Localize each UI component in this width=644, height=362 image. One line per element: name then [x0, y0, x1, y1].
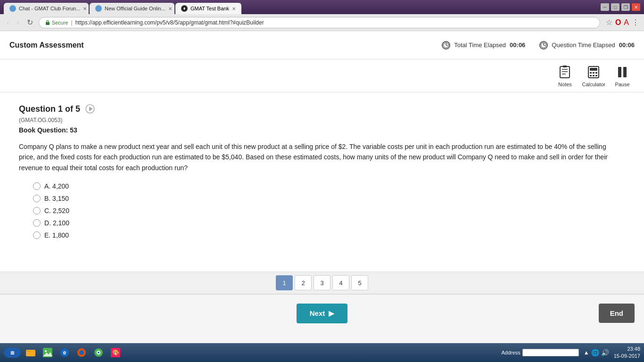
answer-choices: A. 4,200 B. 3,150 C. 2,520 D. 2,100 E. 1…	[19, 182, 625, 239]
svg-rect-22	[623, 67, 627, 77]
gmat-tab-close[interactable]: ✕	[232, 6, 236, 11]
question-timer-value: 00:06	[619, 41, 635, 49]
question-header: Question 1 of 5	[19, 104, 625, 114]
forward-button[interactable]: ›	[15, 17, 21, 28]
end-button[interactable]: End	[599, 304, 635, 323]
bottom-bar: Next ▶ End	[0, 294, 644, 332]
guide-tab-icon	[95, 5, 102, 12]
main-content: Question 1 of 5 (GMAT.OG.0053) Book Ques…	[0, 92, 644, 272]
radio-d[interactable]	[33, 219, 41, 227]
choice-b[interactable]: B. 3,150	[33, 195, 625, 202]
gmat-tab-icon	[181, 5, 188, 12]
book-question-number: 53	[70, 126, 77, 134]
chat-tab-icon	[9, 5, 16, 12]
svg-rect-16	[593, 72, 594, 74]
choice-b-label: B. 3,150	[44, 195, 69, 202]
svg-point-2	[444, 42, 449, 48]
total-timer: Total Time Elapsed 00:06	[442, 41, 525, 49]
svg-rect-15	[590, 72, 592, 74]
clock-date: 15-09-2017	[614, 353, 640, 360]
guide-tab-close[interactable]: ✕	[168, 6, 172, 11]
taskbar: ⊞ e 🎨 Address ▲ 🌐 🔊 23:48 15-09-2017	[0, 343, 644, 362]
pagination-bar: 1 2 3 4 5	[0, 272, 644, 294]
svg-rect-18	[590, 75, 592, 76]
svg-text:🎨: 🎨	[112, 349, 119, 356]
notes-icon	[557, 65, 572, 80]
clock-time: 23:48	[614, 346, 640, 353]
secure-label: Secure	[52, 20, 68, 25]
taskbar-file-explorer[interactable]	[24, 346, 38, 360]
book-question: Book Question: 53	[19, 126, 625, 134]
question-timer-icon	[539, 41, 548, 49]
question-text: Company Q plans to make a new product ne…	[19, 141, 622, 173]
total-timer-label: Total Time Elapsed	[454, 41, 506, 49]
tab-guide[interactable]: New Official Guide Onlin... ✕	[90, 3, 174, 14]
page-2-button[interactable]: 2	[295, 275, 312, 290]
total-timer-value: 00:06	[510, 41, 525, 49]
tab-gmat[interactable]: GMAT Test Bank ✕	[175, 3, 241, 14]
opera-icon[interactable]: O	[615, 18, 621, 27]
browser-title-bar: Chat - GMAT Club Forun... ✕ New Official…	[0, 0, 644, 14]
reload-button[interactable]: ↻	[25, 17, 35, 28]
back-button[interactable]: ‹	[5, 17, 11, 28]
svg-rect-21	[618, 67, 621, 77]
flag-button[interactable]	[85, 104, 95, 114]
choice-a[interactable]: A. 4,200	[33, 182, 625, 190]
next-button[interactable]: Next ▶	[297, 304, 348, 323]
restore-button[interactable]: ❐	[621, 3, 630, 11]
question-title: Question 1 of 5	[19, 104, 80, 114]
choice-c[interactable]: C. 2,520	[33, 207, 625, 214]
choice-e-label: E. 1,800	[44, 231, 69, 239]
svg-rect-17	[595, 72, 597, 74]
radio-e[interactable]	[33, 231, 41, 239]
page-5-button[interactable]: 5	[351, 275, 368, 290]
svg-text:⊞: ⊞	[10, 350, 14, 355]
choice-c-label: C. 2,520	[44, 207, 69, 214]
taskbar-paint[interactable]: 🎨	[108, 346, 123, 360]
svg-rect-1	[46, 22, 50, 25]
svg-point-38	[98, 352, 99, 354]
pause-button[interactable]: Pause	[615, 65, 630, 87]
address-input[interactable]: Secure | https://app.efficientlearning.c…	[39, 17, 600, 28]
page-3-button[interactable]: 3	[314, 275, 330, 290]
close-button[interactable]: ✕	[632, 3, 640, 11]
taskbar-address-input[interactable]	[522, 349, 579, 356]
clock: 23:48 15-09-2017	[614, 346, 640, 360]
maximize-button[interactable]: □	[611, 3, 619, 11]
radio-a[interactable]	[33, 182, 41, 190]
taskbar-ie[interactable]: e	[58, 346, 72, 360]
taskbar-firefox[interactable]	[74, 346, 89, 360]
menu-icon[interactable]: ⋮	[632, 18, 639, 27]
taskbar-photos[interactable]	[41, 346, 55, 360]
calculator-button[interactable]: Calculator	[582, 65, 605, 87]
calculator-icon	[586, 65, 601, 80]
address-bar: ‹ › ↻ Secure | https://app.efficientlear…	[0, 14, 644, 31]
notes-label: Notes	[558, 82, 572, 87]
tab-chat[interactable]: Chat - GMAT Club Forun... ✕	[4, 3, 89, 14]
start-button[interactable]: ⊞	[4, 347, 21, 358]
notes-button[interactable]: Notes	[557, 65, 572, 87]
tools-bar: Notes Calculator Pause	[0, 59, 644, 92]
question-timer-label: Question Time Elapsed	[552, 41, 615, 49]
taskbar-chrome[interactable]	[91, 346, 106, 360]
svg-marker-24	[89, 107, 93, 111]
radio-c[interactable]	[33, 207, 41, 214]
radio-b[interactable]	[33, 195, 41, 202]
address-right-icons: ☆ O A ⋮	[606, 18, 639, 27]
question-id: (GMAT.OG.0053)	[19, 117, 625, 123]
guide-tab-label: New Official Guide Onlin...	[105, 6, 165, 11]
acrobat-icon[interactable]: A	[624, 18, 629, 27]
choice-d[interactable]: D. 2,100	[33, 219, 625, 227]
choice-e[interactable]: E. 1,800	[33, 231, 625, 239]
chat-tab-close[interactable]: ✕	[83, 6, 87, 11]
show-hidden-icon[interactable]: ▲	[584, 349, 589, 356]
svg-point-35	[79, 350, 84, 355]
gmat-tab-label: GMAT Test Bank	[190, 6, 229, 11]
choice-d-label: D. 2,100	[44, 219, 69, 227]
star-icon[interactable]: ☆	[606, 18, 612, 27]
minimize-button[interactable]: ─	[601, 3, 609, 11]
page-1-button[interactable]: 1	[276, 275, 293, 290]
browser-tabs: Chat - GMAT Club Forun... ✕ New Official…	[4, 0, 241, 14]
header-right: Total Time Elapsed 00:06 Question Time E…	[442, 41, 635, 49]
page-4-button[interactable]: 4	[332, 275, 349, 290]
